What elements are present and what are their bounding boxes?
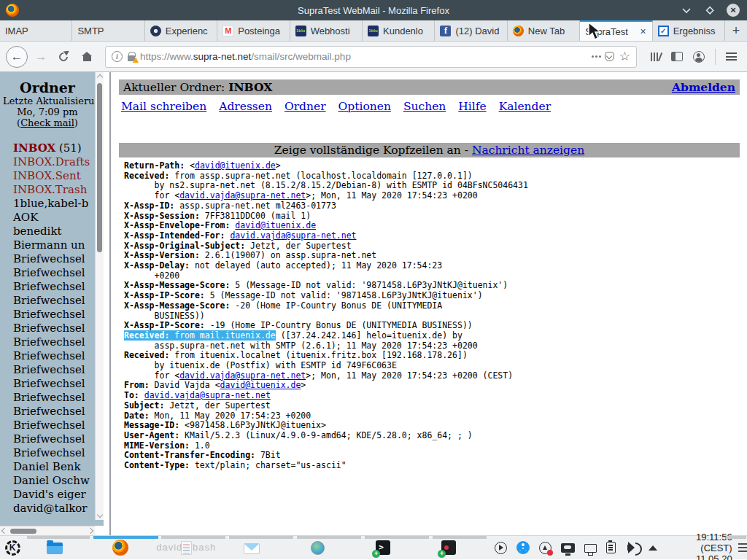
browser-tab-imap[interactable]: IMAP bbox=[0, 20, 72, 41]
folder-link-briefwechsel[interactable]: Briefwechsel bbox=[13, 377, 85, 390]
home-button[interactable] bbox=[77, 47, 96, 66]
header-link[interactable]: david.vajda@supra-net.net bbox=[144, 390, 271, 400]
browser-tab-new-tab[interactable]: New Tab bbox=[508, 20, 580, 41]
mixed-content-lock-icon[interactable] bbox=[128, 55, 135, 61]
sidebar-vscrollbar[interactable] bbox=[95, 72, 104, 520]
folder-link-briefwechsel[interactable]: Briefwechsel bbox=[13, 432, 85, 446]
browser-tab-posteinga[interactable]: Posteinga bbox=[217, 20, 290, 41]
hscrollbar-thumb[interactable] bbox=[10, 529, 36, 534]
frame-divider[interactable] bbox=[104, 72, 117, 535]
folder-link-benedikt[interactable]: benedikt bbox=[13, 225, 62, 238]
pocket-icon[interactable] bbox=[605, 52, 614, 61]
taskbar-app-mail[interactable] bbox=[219, 536, 285, 560]
scroll-up-icon[interactable] bbox=[96, 74, 102, 80]
volume-icon[interactable] bbox=[627, 545, 632, 551]
accessibility-icon[interactable] bbox=[516, 541, 530, 554]
clipboard-icon[interactable] bbox=[606, 542, 616, 553]
folder-link-briefwechsel[interactable]: Briefwechsel bbox=[13, 349, 85, 362]
browser-tab-12-david[interactable]: (12) David bbox=[435, 20, 507, 41]
check-mail-link[interactable]: Check mail bbox=[20, 117, 74, 128]
taskbar-app-firefox[interactable] bbox=[88, 536, 153, 560]
scroll-left-icon[interactable] bbox=[1, 528, 7, 534]
folder-link-inbox-trash[interactable]: INBOX.Trash bbox=[13, 183, 87, 196]
page-info-icon[interactable] bbox=[112, 51, 123, 62]
tab-close-icon[interactable]: × bbox=[639, 26, 646, 37]
browser-tab-supratest[interactable]: SupraTest× bbox=[580, 20, 652, 41]
menu-icon[interactable] bbox=[726, 52, 737, 61]
maximize-icon[interactable] bbox=[703, 4, 716, 17]
forward-button[interactable]: → bbox=[32, 48, 50, 66]
header-link[interactable]: david.vajda@supra-net.net bbox=[179, 190, 306, 201]
folder-link-briefwechsel[interactable]: Briefwechsel bbox=[13, 363, 85, 376]
folder-link-briefwechsel[interactable]: Briefwechsel bbox=[13, 335, 85, 349]
network-monitor-icon[interactable] bbox=[584, 544, 597, 553]
folder-link-briefwechsel[interactable]: Briefwechsel bbox=[13, 252, 85, 265]
folder-link-briefwechsel[interactable]: Briefwechsel bbox=[13, 322, 85, 335]
vscrollbar-thumb[interactable] bbox=[97, 83, 102, 252]
panel-menu-icon[interactable] bbox=[738, 543, 747, 552]
folder-link-daniel-benk[interactable]: Daniel Benk bbox=[13, 460, 81, 473]
nav-link-ordner[interactable]: Ordner bbox=[285, 100, 326, 113]
nav-link-hilfe[interactable]: Hilfe bbox=[458, 100, 486, 113]
nav-link-kalender[interactable]: Kalender bbox=[499, 100, 551, 113]
taskbar-clock[interactable]: 19:11:56 (CEST) 11.05.20 bbox=[669, 532, 732, 560]
header-link[interactable]: david@ituenix.de bbox=[220, 380, 301, 390]
minimize-icon[interactable] bbox=[680, 4, 693, 17]
folder-link-inbox-drafts[interactable]: INBOX.Drafts bbox=[13, 155, 90, 168]
close-icon[interactable]: × bbox=[727, 4, 740, 17]
header-link[interactable]: david@ituenix.de bbox=[235, 220, 316, 230]
folder-link-briefwechsel[interactable]: Briefwechsel bbox=[13, 391, 85, 404]
browser-tab-experienc[interactable]: Experienc bbox=[145, 20, 217, 41]
page-actions-icon[interactable] bbox=[592, 55, 594, 58]
back-button[interactable]: ← bbox=[6, 46, 28, 68]
app-launcher-button[interactable] bbox=[3, 536, 22, 560]
expand-arrow-icon[interactable] bbox=[649, 545, 657, 551]
folder-link-inbox[interactable]: INBOX bbox=[13, 141, 55, 155]
folder-link-briefwechsel[interactable]: Briefwechsel bbox=[13, 308, 85, 321]
taskbar-app-konsole[interactable]: + bbox=[350, 536, 416, 560]
folder-link-briefwechsel[interactable]: Briefwechsel bbox=[13, 446, 85, 459]
folder-link-aok[interactable]: AOK bbox=[13, 211, 38, 224]
url-text[interactable]: https://www.supra-net.net/smail/src/webm… bbox=[140, 51, 587, 62]
nav-link-suchen[interactable]: Suchen bbox=[403, 100, 446, 113]
folder-link-inbox-sent[interactable]: INBOX.Sent bbox=[13, 169, 81, 182]
folder-link-biermann-un[interactable]: Biermann un bbox=[13, 238, 85, 252]
folder-link-briefwechsel[interactable]: Briefwechsel bbox=[13, 280, 85, 293]
library-icon[interactable] bbox=[650, 52, 661, 62]
account-icon[interactable] bbox=[693, 51, 705, 63]
reload-button[interactable] bbox=[54, 47, 73, 66]
sidebar-hscrollbar[interactable] bbox=[0, 526, 95, 535]
bookmark-star-icon[interactable]: ☆ bbox=[619, 50, 630, 63]
folder-link-briefwechsel[interactable]: Briefwechsel bbox=[13, 419, 85, 432]
folder-link-david-s-eiger[interactable]: David's eiger bbox=[13, 488, 86, 501]
taskbar-app-file-manager[interactable] bbox=[22, 536, 88, 560]
media-play-icon[interactable] bbox=[495, 542, 507, 554]
scroll-down-icon[interactable] bbox=[96, 512, 102, 518]
browser-tab-kundenlo[interactable]: Kundenlo bbox=[363, 20, 435, 41]
header-link[interactable]: david.vajda@supra-net.net bbox=[230, 230, 356, 241]
sidebar-toggle-icon[interactable] bbox=[671, 52, 683, 61]
folder-link-briefwechsel[interactable]: Briefwechsel bbox=[13, 405, 85, 418]
screen-share-icon[interactable] bbox=[561, 543, 575, 553]
nav-link-adressen[interactable]: Adressen bbox=[219, 100, 272, 113]
logout-link[interactable]: Abmelden bbox=[672, 80, 735, 94]
new-tab-button[interactable]: + bbox=[725, 20, 747, 41]
taskbar-app-document[interactable]: david : bash bbox=[153, 536, 219, 560]
taskbar-app-globe[interactable] bbox=[285, 536, 350, 560]
folder-link-briefwechsel[interactable]: Briefwechsel bbox=[13, 294, 85, 307]
folder-link-daniel-oschw[interactable]: Daniel Oschw bbox=[13, 474, 90, 487]
taskbar-app-kate[interactable]: + bbox=[416, 536, 481, 560]
url-bar[interactable]: https://www.supra-net.net/smail/src/webm… bbox=[105, 46, 637, 68]
folder-link-1blue-kabel-b[interactable]: 1blue,kabel-b bbox=[13, 197, 88, 210]
browser-tab-smtp[interactable]: SMTP bbox=[72, 20, 144, 41]
browser-tab-webhosti[interactable]: Webhosti bbox=[290, 20, 363, 41]
folder-link-briefwechsel[interactable]: Briefwechsel bbox=[13, 266, 85, 279]
updates-icon[interactable] bbox=[539, 542, 551, 554]
header-link[interactable]: david@ituenix.de bbox=[195, 160, 276, 171]
browser-tab-ergebniss[interactable]: Ergebniss bbox=[653, 20, 725, 41]
nav-link-mail-schreiben[interactable]: Mail schreiben bbox=[121, 100, 206, 113]
nav-link-optionen[interactable]: Optionen bbox=[338, 100, 391, 113]
view-message-link[interactable]: Nachricht anzeigen bbox=[472, 144, 584, 157]
folder-link-david-talkor[interactable]: david@talkor bbox=[13, 502, 87, 515]
scroll-right-icon[interactable] bbox=[88, 528, 93, 534]
